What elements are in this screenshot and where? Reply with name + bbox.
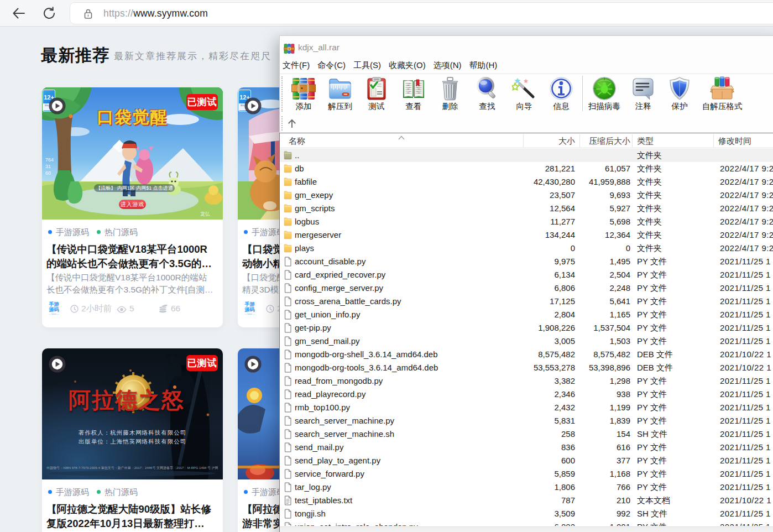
file-type: PY 文件 [637, 442, 667, 453]
article-card-pocket-awakening[interactable]: 764 31 60 龙弘 口袋觉醒 【流畅】 内网1区 内网$1 点击进通 进入… [42, 87, 223, 327]
file-row-search_server_machine.sh[interactable]: search_server_machine.sh258154SH 文件2021/… [280, 427, 773, 441]
card-title[interactable]: 【阿拉德之觉醒大陆90级版】站长修复版2022年10月13日最新整理打… [46, 502, 219, 531]
menu-item-0[interactable]: 文件(F) [280, 58, 314, 73]
tag-dot [244, 490, 248, 494]
svg-text:60: 60 [45, 170, 51, 176]
tag-row: 手游源码热门源码 [48, 487, 145, 496]
file-row-card_expried_recover.py[interactable]: card_expried_recover.py6,1342,504PY 文件20… [280, 268, 773, 281]
file-row-mongodb-org-shell_3.6.14_amd64.deb[interactable]: mongodb-org-shell_3.6.14_amd64.deb8,575,… [280, 348, 773, 361]
file-row-service_forward.py[interactable]: service_forward.py5,8591,168PY 文件2021/11… [280, 467, 773, 481]
toolbar-button-info-circle[interactable]: 信息 [539, 76, 583, 112]
play-icon[interactable] [244, 97, 262, 115]
file-modified: 2021/11/25 1 [720, 509, 771, 518]
file-name: plays [295, 243, 314, 253]
file-row-tongji.sh[interactable]: tongji.sh3,509992SH 文件2021/11/25 1 [280, 507, 773, 520]
file-row-gm_scripts[interactable]: gm_scripts12,5645,927文件夹2022/4/17 9:2 [280, 202, 773, 215]
column-separator[interactable] [713, 134, 714, 147]
toolbar-label: 保护 [657, 101, 702, 112]
file-row-mergeserver[interactable]: mergeserver134,24412,364文件夹2022/4/17 9:2 [280, 228, 773, 242]
file-packed-size: 766 [523, 482, 630, 492]
card-image[interactable]: 阿拉德之怒 著作权人：杭州藤木网络科技有限公司 出版单位：上海恺英网络科技有限公… [42, 348, 223, 479]
file-type: PY 文件 [637, 403, 667, 413]
column-separator[interactable] [632, 134, 633, 147]
tag-1[interactable]: 热门源码 [97, 487, 138, 498]
tag-0[interactable]: 手游源码 [244, 487, 285, 498]
file-row-tar_log.py[interactable]: tar_log.py1,806766PY 文件2021/11/25 1 [280, 481, 773, 494]
file-row-account_disable.py[interactable]: account_disable.py9,9751,495PY 文件2021/11… [280, 255, 773, 268]
file-row-db[interactable]: db281,22161,057文件夹2022/4/17 9:2 [280, 162, 773, 175]
file-row-read_from_mongodb.py[interactable]: read_from_mongodb.py3,3821,298PY 文件2021/… [280, 374, 773, 388]
site-logo: 手游 源码 — www — [48, 301, 60, 318]
file-row-cross_arena_battle_cards.py[interactable]: cross_arena_battle_cards.py17,1255,641PY… [280, 295, 773, 308]
toolbar-label: 信息 [539, 101, 583, 112]
copyright-line1: 著作权人：杭州藤木网络科技有限公司 [42, 429, 223, 437]
file-row-test_iptables.txt[interactable]: test_iptables.txt787210文本文档2021/10/22 1 [280, 494, 773, 507]
play-icon[interactable] [244, 355, 262, 373]
file-modified: 2021/10/22 1 [720, 363, 771, 372]
file-row-plays[interactable]: plays00文件夹2022/4/17 9:2 [280, 242, 773, 255]
tag-0[interactable]: 手游源码 [48, 227, 89, 238]
file-name: search_server_machine.py [295, 416, 394, 425]
column-separator[interactable] [579, 134, 580, 147]
toolbar-button-protect-shield[interactable]: 保护 [657, 76, 702, 112]
card-image[interactable]: 764 31 60 龙弘 口袋觉醒 【流畅】 内网1区 内网$1 点击进通 进入… [42, 87, 223, 220]
file-row-get-pip.py[interactable]: get-pip.py1,908,2261,537,504PY 文件2021/11… [280, 321, 773, 335]
tag-0[interactable]: 手游源码 [48, 487, 89, 498]
file-modified: 2021/11/25 1 [720, 456, 771, 465]
file-modified: 2021/11/25 1 [720, 376, 771, 385]
file-row-gm_exepy[interactable]: gm_exepy23,5079,693文件夹2022/4/17 9:2 [280, 189, 773, 202]
file-row-union_set_intro_role_abandon.py[interactable]: union_set_intro_role_abandon.py6,8821,00… [280, 520, 773, 526]
tag-1[interactable]: 热门源码 [97, 227, 138, 238]
file-row-fabfile[interactable]: fabfile42,430,28041,959,888文件夹2022/4/17 … [280, 175, 773, 189]
file-row-send_mail.py[interactable]: send_mail.py836616PY 文件2021/11/25 1 [280, 441, 773, 454]
menu-item-3[interactable]: 收藏夹(O) [385, 58, 430, 73]
menu-item-2[interactable]: 工具(S) [349, 58, 385, 73]
up-directory-icon[interactable] [287, 118, 297, 128]
menu-item-4[interactable]: 选项(N) [430, 58, 466, 73]
menu-item-1[interactable]: 命令(C) [314, 58, 349, 73]
tag-0[interactable]: 手游源码 [244, 227, 285, 238]
file-row-rmb_top100.py[interactable]: rmb_top100.py2,4321,199PY 文件2021/11/25 1 [280, 401, 773, 414]
play-icon[interactable] [48, 355, 66, 373]
file-row-get_union_info.py[interactable]: get_union_info.py2,8041,165PY 文件2021/11/… [280, 308, 773, 321]
file-row-gm_send_mail.py[interactable]: gm_send_mail.py3,0051,503PY 文件2021/11/25… [280, 335, 773, 348]
file-name: get-pip.py [295, 323, 331, 332]
article-card-arad-fury[interactable]: 阿拉德之怒 著作权人：杭州藤木网络科技有限公司 出版单位：上海恺英网络科技有限公… [42, 348, 223, 532]
file-row-read_playrecord.py[interactable]: read_playrecord.py2,346938PY 文件2021/11/2… [280, 388, 773, 401]
toolbar-button-sfx-box[interactable]: 自解压格式 [700, 76, 744, 112]
server-banner: 【流畅】 内网1区 内网$1 点击进通 [94, 184, 175, 192]
address-bar[interactable]: https://www.syymw.com [70, 2, 773, 24]
file-type: 文件夹 [637, 204, 662, 214]
enter-game-button[interactable]: 进入游戏 [119, 200, 146, 209]
file-modified: 2022/4/17 9:2 [720, 204, 773, 213]
toolbar-button-virus-scan[interactable]: 扫描病毒 [582, 76, 626, 112]
reload-icon[interactable] [43, 7, 56, 20]
column-separator[interactable] [523, 134, 524, 147]
file-packed-size: 12,364 [523, 230, 630, 239]
file-row-mongodb-org-tools_3.6.14_amd64.deb[interactable]: mongodb-org-tools_3.6.14_amd64.deb53,553… [280, 361, 773, 374]
toolbar-separator [582, 76, 583, 111]
file-icon [284, 257, 292, 267]
file-name: logbus [295, 217, 319, 226]
menu-item-5[interactable]: 帮助(H) [465, 58, 501, 73]
file-modified: 2021/11/25 1 [720, 296, 771, 306]
file-row-send_play_to_agent.py[interactable]: send_play_to_agent.py600377PY 文件2021/11/… [280, 454, 773, 467]
card-title[interactable]: 【传说中口袋觉醒V18某平台1000R的端站长也不会做热更有个3.5G的… [46, 242, 219, 271]
file-type: 文件夹 [637, 164, 662, 174]
list-header[interactable]: 名称 大小 压缩后大小 类型 修改时间 [280, 133, 773, 148]
winrar-titlebar[interactable]: kdjx_all.rar [280, 36, 773, 58]
file-row-logbus[interactable]: logbus11,2775,698文件夹2022/4/17 9:2 [280, 215, 773, 228]
horizontal-scrollbar[interactable] [280, 526, 773, 532]
file-icon [284, 296, 292, 306]
play-icon[interactable] [48, 97, 66, 115]
file-name: send_play_to_agent.py [295, 456, 380, 465]
file-row-..[interactable]: ..文件夹 [280, 149, 773, 162]
file-name: mongodb-org-shell_3.6.14_amd64.deb [295, 350, 438, 359]
file-row-config_merge_server.py[interactable]: config_merge_server.py6,8062,248PY 文件202… [280, 281, 773, 295]
url-text[interactable]: https://www.syymw.com [103, 3, 208, 24]
back-icon[interactable] [12, 7, 25, 20]
card-title-line: 复版2022年10月13日最新整理打… [46, 517, 219, 531]
file-icon [284, 456, 292, 466]
toolbar-label: 扫描病毒 [582, 101, 626, 112]
file-row-search_server_machine.py[interactable]: search_server_machine.py5,8311,839PY 文件2… [280, 414, 773, 427]
